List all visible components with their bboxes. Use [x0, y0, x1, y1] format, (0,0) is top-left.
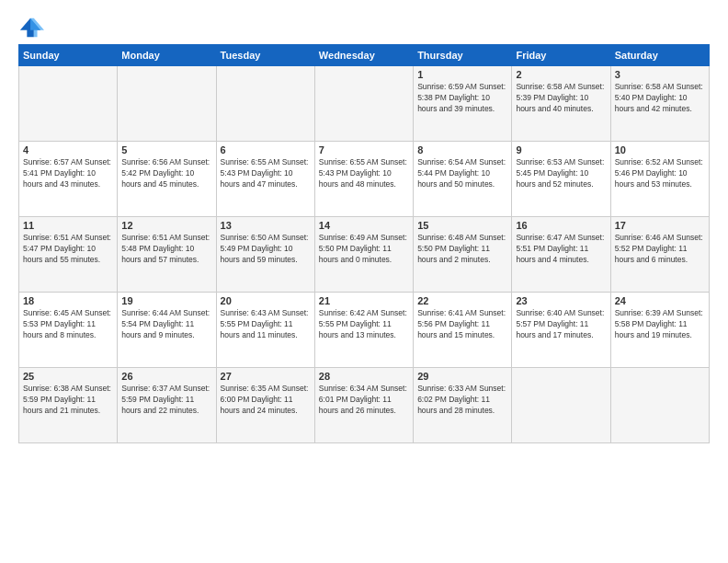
calendar-cell: 26Sunrise: 6:37 AM Sunset: 5:59 PM Dayli…: [118, 368, 216, 443]
day-info: Sunrise: 6:43 AM Sunset: 5:55 PM Dayligh…: [221, 308, 311, 341]
calendar-cell: 16Sunrise: 6:47 AM Sunset: 5:51 PM Dayli…: [512, 217, 610, 293]
day-number: 26: [121, 371, 211, 382]
day-number: 25: [23, 371, 113, 382]
calendar-cell: 21Sunrise: 6:42 AM Sunset: 5:55 PM Dayli…: [314, 293, 413, 368]
day-info: Sunrise: 6:49 AM Sunset: 5:50 PM Dayligh…: [319, 233, 409, 266]
day-number: 1: [417, 69, 507, 80]
calendar-cell: 4Sunrise: 6:57 AM Sunset: 5:41 PM Daylig…: [19, 142, 118, 217]
calendar-cell: 24Sunrise: 6:39 AM Sunset: 5:58 PM Dayli…: [610, 293, 709, 368]
day-number: 8: [417, 144, 507, 155]
calendar-cell: 15Sunrise: 6:48 AM Sunset: 5:50 PM Dayli…: [414, 217, 512, 293]
calendar-header-row: SundayMondayTuesdayWednesdayThursdayFrid…: [19, 45, 710, 66]
day-number: 27: [221, 371, 311, 382]
day-number: 10: [615, 144, 705, 155]
day-info: Sunrise: 6:37 AM Sunset: 5:59 PM Dayligh…: [121, 384, 211, 417]
day-number: 16: [516, 220, 606, 231]
calendar-cell: [216, 66, 314, 142]
day-info: Sunrise: 6:39 AM Sunset: 5:58 PM Dayligh…: [615, 308, 705, 341]
calendar-cell: 1Sunrise: 6:59 AM Sunset: 5:38 PM Daylig…: [414, 66, 512, 142]
day-info: Sunrise: 6:51 AM Sunset: 5:48 PM Dayligh…: [121, 233, 211, 266]
calendar-week-row: 1Sunrise: 6:59 AM Sunset: 5:38 PM Daylig…: [19, 66, 710, 142]
calendar-cell: [610, 368, 709, 443]
day-number: 28: [319, 371, 409, 382]
day-number: 12: [121, 220, 211, 231]
day-number: 21: [319, 295, 409, 306]
calendar-cell: 11Sunrise: 6:51 AM Sunset: 5:47 PM Dayli…: [19, 217, 118, 293]
calendar-cell: 22Sunrise: 6:41 AM Sunset: 5:56 PM Dayli…: [414, 293, 512, 368]
page: SundayMondayTuesdayWednesdayThursdayFrid…: [0, 0, 728, 563]
day-header: Friday: [512, 45, 610, 66]
calendar-cell: 27Sunrise: 6:35 AM Sunset: 6:00 PM Dayli…: [216, 368, 314, 443]
calendar-cell: 13Sunrise: 6:50 AM Sunset: 5:49 PM Dayli…: [216, 217, 314, 293]
day-info: Sunrise: 6:41 AM Sunset: 5:56 PM Dayligh…: [417, 308, 507, 341]
calendar-cell: 25Sunrise: 6:38 AM Sunset: 5:59 PM Dayli…: [19, 368, 118, 443]
calendar-cell: 5Sunrise: 6:56 AM Sunset: 5:42 PM Daylig…: [118, 142, 216, 217]
day-info: Sunrise: 6:45 AM Sunset: 5:53 PM Dayligh…: [23, 308, 113, 341]
calendar-cell: 17Sunrise: 6:46 AM Sunset: 5:52 PM Dayli…: [610, 217, 709, 293]
day-number: 9: [516, 144, 606, 155]
calendar-cell: 9Sunrise: 6:53 AM Sunset: 5:45 PM Daylig…: [512, 142, 610, 217]
day-info: Sunrise: 6:47 AM Sunset: 5:51 PM Dayligh…: [516, 233, 606, 266]
day-number: 5: [121, 144, 211, 155]
logo-icon: [18, 15, 44, 40]
day-header: Wednesday: [314, 45, 413, 66]
calendar-body: 1Sunrise: 6:59 AM Sunset: 5:38 PM Daylig…: [19, 66, 710, 443]
day-info: Sunrise: 6:51 AM Sunset: 5:47 PM Dayligh…: [23, 233, 113, 266]
calendar-cell: [19, 66, 118, 142]
day-number: 6: [221, 144, 311, 155]
calendar-cell: 19Sunrise: 6:44 AM Sunset: 5:54 PM Dayli…: [118, 293, 216, 368]
calendar-table: SundayMondayTuesdayWednesdayThursdayFrid…: [18, 44, 710, 443]
calendar-cell: 3Sunrise: 6:58 AM Sunset: 5:40 PM Daylig…: [610, 66, 709, 142]
day-number: 11: [23, 220, 113, 231]
day-info: Sunrise: 6:58 AM Sunset: 5:40 PM Dayligh…: [615, 82, 705, 115]
calendar-cell: 6Sunrise: 6:55 AM Sunset: 5:43 PM Daylig…: [216, 142, 314, 217]
day-info: Sunrise: 6:59 AM Sunset: 5:38 PM Dayligh…: [417, 82, 507, 115]
calendar-week-row: 18Sunrise: 6:45 AM Sunset: 5:53 PM Dayli…: [19, 293, 710, 368]
day-info: Sunrise: 6:40 AM Sunset: 5:57 PM Dayligh…: [516, 308, 606, 341]
day-info: Sunrise: 6:56 AM Sunset: 5:42 PM Dayligh…: [121, 157, 211, 190]
logo: [18, 15, 48, 40]
day-number: 17: [615, 220, 705, 231]
day-number: 3: [615, 69, 705, 80]
day-info: Sunrise: 6:55 AM Sunset: 5:43 PM Dayligh…: [221, 157, 311, 190]
day-number: 20: [221, 295, 311, 306]
day-header: Tuesday: [216, 45, 314, 66]
calendar-cell: 28Sunrise: 6:34 AM Sunset: 6:01 PM Dayli…: [314, 368, 413, 443]
calendar-cell: 2Sunrise: 6:58 AM Sunset: 5:39 PM Daylig…: [512, 66, 610, 142]
day-info: Sunrise: 6:55 AM Sunset: 5:43 PM Dayligh…: [319, 157, 409, 190]
day-info: Sunrise: 6:34 AM Sunset: 6:01 PM Dayligh…: [319, 384, 409, 417]
day-info: Sunrise: 6:48 AM Sunset: 5:50 PM Dayligh…: [417, 233, 507, 266]
day-info: Sunrise: 6:53 AM Sunset: 5:45 PM Dayligh…: [516, 157, 606, 190]
day-number: 24: [615, 295, 705, 306]
calendar-cell: [118, 66, 216, 142]
day-info: Sunrise: 6:46 AM Sunset: 5:52 PM Dayligh…: [615, 233, 705, 266]
day-number: 14: [319, 220, 409, 231]
day-number: 22: [417, 295, 507, 306]
day-header: Monday: [118, 45, 216, 66]
calendar-cell: [512, 368, 610, 443]
day-info: Sunrise: 6:57 AM Sunset: 5:41 PM Dayligh…: [23, 157, 113, 190]
day-number: 13: [221, 220, 311, 231]
day-info: Sunrise: 6:52 AM Sunset: 5:46 PM Dayligh…: [615, 157, 705, 190]
calendar-cell: [314, 66, 413, 142]
day-info: Sunrise: 6:50 AM Sunset: 5:49 PM Dayligh…: [221, 233, 311, 266]
calendar-cell: 14Sunrise: 6:49 AM Sunset: 5:50 PM Dayli…: [314, 217, 413, 293]
calendar-week-row: 4Sunrise: 6:57 AM Sunset: 5:41 PM Daylig…: [19, 142, 710, 217]
day-number: 23: [516, 295, 606, 306]
calendar-cell: 23Sunrise: 6:40 AM Sunset: 5:57 PM Dayli…: [512, 293, 610, 368]
calendar-week-row: 25Sunrise: 6:38 AM Sunset: 5:59 PM Dayli…: [19, 368, 710, 443]
day-header: Thursday: [414, 45, 512, 66]
calendar-cell: 10Sunrise: 6:52 AM Sunset: 5:46 PM Dayli…: [610, 142, 709, 217]
calendar-cell: 29Sunrise: 6:33 AM Sunset: 6:02 PM Dayli…: [414, 368, 512, 443]
calendar-cell: 18Sunrise: 6:45 AM Sunset: 5:53 PM Dayli…: [19, 293, 118, 368]
day-info: Sunrise: 6:54 AM Sunset: 5:44 PM Dayligh…: [417, 157, 507, 190]
calendar-cell: 8Sunrise: 6:54 AM Sunset: 5:44 PM Daylig…: [414, 142, 512, 217]
header: [18, 15, 710, 40]
day-info: Sunrise: 6:38 AM Sunset: 5:59 PM Dayligh…: [23, 384, 113, 417]
day-number: 4: [23, 144, 113, 155]
day-number: 2: [516, 69, 606, 80]
calendar-cell: 20Sunrise: 6:43 AM Sunset: 5:55 PM Dayli…: [216, 293, 314, 368]
day-number: 19: [121, 295, 211, 306]
day-number: 29: [417, 371, 507, 382]
day-header: Sunday: [19, 45, 118, 66]
